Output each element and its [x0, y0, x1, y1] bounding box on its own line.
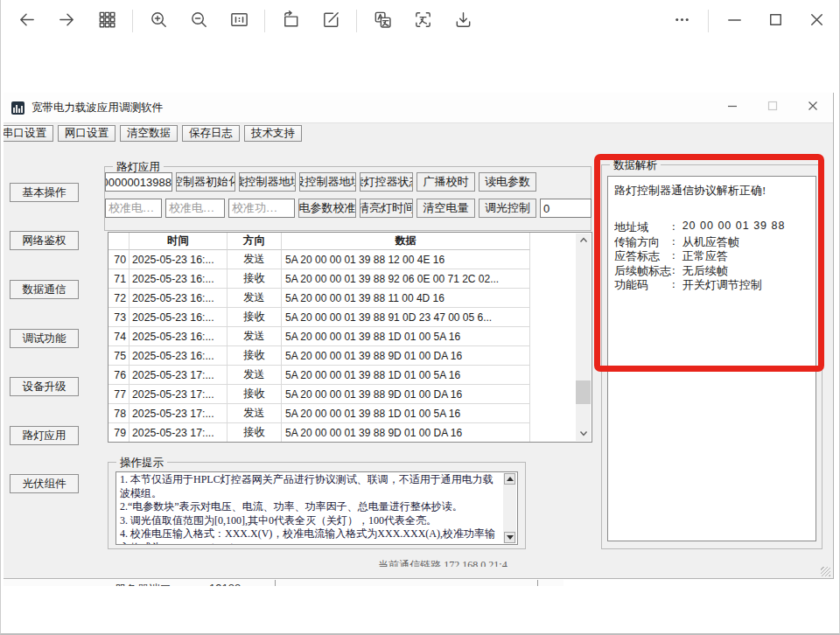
row-direction: 接收: [228, 269, 282, 289]
table-row[interactable]: 70 2025-05-23 16:... 发送 5A 20 00 00 01 3…: [108, 250, 592, 269]
table-scrollbar[interactable]: [576, 234, 591, 441]
parse-field-colon: :: [672, 263, 676, 278]
row-direction: 接收: [228, 385, 282, 404]
tip-line: 1. 本节仅适用于HPLC灯控器网关产品进行协议测试、联调，不适用于通用电力载: [120, 473, 514, 487]
save-as-button[interactable]: [443, 3, 483, 38]
row-number: 76: [108, 366, 130, 385]
text-select-icon: [413, 10, 433, 33]
parse-field: 后续帧标志:无后续帧: [614, 263, 809, 278]
status-line-clipped: 当前通信链路 172.168.0.21:4: [312, 558, 574, 567]
menu-button[interactable]: 技术支持: [244, 125, 302, 142]
tips-scrollbar[interactable]: [503, 473, 516, 543]
lamp-action-button[interactable]: 调光控制: [479, 199, 536, 218]
scroll-up-button[interactable]: [576, 234, 591, 248]
sidebar-button[interactable]: 网络鉴权: [10, 231, 79, 250]
viewer-maximize-button[interactable]: [755, 3, 796, 38]
lamp-action-button[interactable]: 控制器初始化: [176, 172, 235, 192]
triangle-up-icon: [507, 477, 514, 481]
back-button[interactable]: [6, 3, 46, 38]
app-close-button[interactable]: [793, 93, 833, 122]
row-data: 5A 20 00 00 01 39 88 92 06 0E 00 71 2C 0…: [282, 269, 530, 289]
table-row[interactable]: 78 2025-05-23 17:... 发送 5A 20 00 00 01 3…: [108, 404, 592, 423]
photo-viewer-window: 宽带电力载波应用调测软件 串口设置 网口设置 清空数据 保存日志 技术支持: [0, 0, 840, 635]
zoom-out-button[interactable]: [178, 3, 219, 38]
row-data: 5A 20 00 00 01 39 88 9D 01 00 DA 16: [282, 346, 530, 366]
dim-value-input[interactable]: 0: [540, 199, 592, 218]
tips-groupbox: 操作提示 1. 本节仅适用于HPLC灯控器网关产品进行协议测试、联调，不适用于通…: [108, 462, 526, 549]
scroll-up-button[interactable]: [504, 473, 515, 485]
rotate-button[interactable]: [270, 3, 311, 38]
app-title: 宽带电力载波应用调测软件: [32, 101, 163, 115]
table-row[interactable]: 77 2025-05-23 17:... 接收 5A 20 00 00 01 3…: [108, 385, 592, 404]
viewer-close-button[interactable]: [796, 3, 837, 38]
sidebar-button[interactable]: 路灯应用: [10, 426, 79, 445]
parse-field-label: 应答标志: [614, 248, 672, 263]
sidebar-button[interactable]: 基本操作: [10, 183, 79, 202]
translate-icon: [373, 10, 393, 33]
table-row[interactable]: 79 2025-05-23 17:... 接收 5A 20 00 00 01 3…: [108, 423, 592, 443]
menu-button[interactable]: 清空数据: [120, 125, 178, 142]
tips-textbox[interactable]: 1. 本节仅适用于HPLC灯控器网关产品进行协议测试、联调，不适用于通用电力载 …: [116, 471, 518, 545]
row-number: 78: [108, 404, 130, 423]
edit-button[interactable]: [311, 3, 351, 38]
row-data: 5A 20 00 00 01 39 88 1D 01 00 5A 16: [282, 327, 530, 346]
controller-address-input[interactable]: 200000013988: [105, 172, 172, 192]
row-direction: 发送: [228, 289, 282, 308]
parse-field-label: 地址域: [614, 220, 672, 234]
app-minimize-button[interactable]: [712, 93, 752, 122]
parse-field: 应答标志:正常应答: [614, 248, 809, 263]
table-row[interactable]: 71 2025-05-23 16:... 接收 5A 20 00 00 01 3…: [108, 269, 592, 289]
menu-button[interactable]: 保存日志: [182, 125, 240, 142]
row-direction: 接收: [228, 423, 282, 443]
lamp-action-button[interactable]: 读灯控器状态: [360, 172, 413, 192]
input-placeholder: 校准功…: [229, 200, 277, 216]
translate-button[interactable]: [362, 3, 402, 38]
scrollbar-thumb[interactable]: [576, 380, 591, 404]
calibration-input[interactable]: 校准电…: [165, 199, 225, 218]
more-options-button[interactable]: [662, 3, 703, 38]
thumbnails-button[interactable]: [87, 3, 127, 38]
resize-grip[interactable]: [821, 567, 830, 576]
zoom-in-button[interactable]: [138, 3, 178, 38]
sidebar-button[interactable]: 光伏组件: [10, 474, 79, 493]
lamp-action-button[interactable]: 读电参数: [479, 172, 536, 192]
menu-button[interactable]: 网口设置: [58, 125, 116, 142]
clipped-cell-value: 19188: [209, 582, 241, 586]
grid-line: [537, 580, 538, 586]
header-num: [108, 233, 130, 250]
clipped-bottom-row: 服务器端口 19188: [4, 580, 564, 586]
sidebar-button[interactable]: 调试功能: [10, 329, 79, 348]
app-maximize-button[interactable]: [752, 93, 793, 122]
sidebar-button[interactable]: 设备升级: [10, 377, 79, 396]
toolbar-separator: [264, 10, 265, 32]
lamp-action-button[interactable]: 读控制器地址: [239, 172, 296, 192]
header-data: 数据: [282, 233, 530, 250]
table-row[interactable]: 74 2025-05-23 16:... 发送 5A 20 00 00 01 3…: [108, 327, 592, 346]
table-row[interactable]: 75 2025-05-23 16:... 接收 5A 20 00 00 01 3…: [108, 346, 592, 366]
sidebar-button[interactable]: 数据通信: [10, 280, 79, 299]
parse-field-label: 后续帧标志: [614, 263, 672, 278]
viewer-minimize-button[interactable]: [714, 3, 755, 38]
calibration-input[interactable]: 校准电…: [105, 199, 162, 218]
table-row[interactable]: 76 2025-05-23 17:... 发送 5A 20 00 00 01 3…: [108, 366, 592, 385]
menu-button[interactable]: 串口设置: [4, 125, 53, 142]
ocr-text-button[interactable]: [402, 3, 443, 38]
lamp-action-button[interactable]: 清亮灯时间: [360, 199, 413, 218]
scroll-down-button[interactable]: [576, 426, 591, 441]
tip-line: 4. 校准电压输入格式：XXX.X(V)，校准电流输入格式为XXX.XXX(A)…: [120, 527, 514, 541]
lamp-action-button[interactable]: 电参数校准: [298, 199, 356, 218]
scroll-down-button[interactable]: [504, 532, 515, 543]
forward-button[interactable]: [46, 3, 87, 38]
row-direction: 发送: [228, 327, 282, 346]
app-menubar: 串口设置 网口设置 清空数据 保存日志 技术支持: [4, 122, 833, 143]
table-row[interactable]: 73 2025-05-23 16:... 接收 5A 20 00 00 01 3…: [108, 308, 592, 327]
table-row[interactable]: 72 2025-05-23 16:... 发送 5A 20 00 00 01 3…: [108, 289, 592, 308]
parse-field: 地址域:20 00 00 01 39 88: [614, 220, 809, 234]
header-time: 时间: [130, 233, 228, 250]
lamp-action-button[interactable]: 清空电量: [416, 199, 475, 218]
lamp-action-button[interactable]: 广播校时: [416, 172, 475, 192]
row-data: 5A 20 00 00 01 39 88 11 00 4D 16: [282, 289, 530, 308]
actual-size-button[interactable]: [219, 3, 259, 38]
calibration-input[interactable]: 校准功…: [228, 199, 295, 218]
lamp-action-button[interactable]: 设控制器地址: [299, 172, 356, 192]
